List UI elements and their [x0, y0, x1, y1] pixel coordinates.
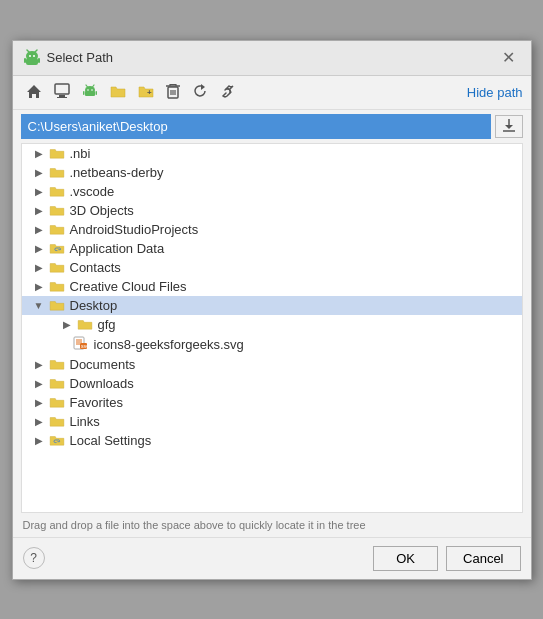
- folder-toolbar-icon: [110, 84, 126, 98]
- tree-item-netbeans[interactable]: ▶ .netbeans-derby: [22, 163, 522, 182]
- svg-rect-9: [55, 84, 69, 94]
- chevron-contacts: ▶: [30, 262, 48, 273]
- chevron-downloads: ▶: [30, 378, 48, 389]
- toolbar: + Hide path: [13, 76, 531, 110]
- tree-item-favorites[interactable]: ▶ Favorites: [22, 393, 522, 412]
- svg-marker-26: [201, 84, 205, 90]
- folder-icon-desktop: [48, 298, 66, 312]
- tree-item-localsettings[interactable]: ▶ Local Settings: [22, 431, 522, 450]
- svg-line-17: [92, 85, 94, 87]
- label-contacts: Contacts: [70, 260, 121, 275]
- label-androidstudio: AndroidStudioProjects: [70, 222, 199, 237]
- svg-text:SVG: SVG: [81, 344, 89, 349]
- title-bar-left: Select Path: [23, 49, 114, 67]
- folder-icon-links: [48, 414, 66, 428]
- path-input[interactable]: [21, 114, 491, 139]
- folder-icon-localsettings: [48, 433, 66, 447]
- chevron-favorites: ▶: [30, 397, 48, 408]
- label-netbeans: .netbeans-derby: [70, 165, 164, 180]
- chevron-gfg: ▶: [58, 319, 76, 330]
- svg-rect-1: [26, 58, 38, 65]
- home-button[interactable]: [21, 80, 47, 105]
- tree-item-3dobjects[interactable]: ▶ 3D Objects: [22, 201, 522, 220]
- path-bar: [13, 110, 531, 143]
- chevron-nbi: ▶: [30, 148, 48, 159]
- folder-icon-favorites: [48, 395, 66, 409]
- monitor-button[interactable]: [49, 80, 75, 105]
- folder-icon-downloads: [48, 376, 66, 390]
- folder-icon-androidstudio: [48, 222, 66, 236]
- chevron-creative: ▶: [30, 281, 48, 292]
- chevron-3dobjects: ▶: [30, 205, 48, 216]
- link-button[interactable]: [215, 80, 241, 105]
- tree-item-desktop[interactable]: ▼ Desktop: [22, 296, 522, 315]
- label-creative: Creative Cloud Files: [70, 279, 187, 294]
- svg-rect-19: [95, 91, 97, 95]
- dialog-footer: ? OK Cancel: [13, 537, 531, 579]
- hide-path-button[interactable]: Hide path: [467, 85, 523, 100]
- folder-icon-appdata: [48, 241, 66, 255]
- svg-line-4: [27, 50, 29, 52]
- tree-item-appdata[interactable]: ▶ Application Data: [22, 239, 522, 258]
- tree-item-links[interactable]: ▶ Links: [22, 412, 522, 431]
- tree-item-nbi[interactable]: ▶ .nbi: [22, 144, 522, 163]
- label-nbi: .nbi: [70, 146, 91, 161]
- android-title-icon: [23, 49, 41, 67]
- label-3dobjects: 3D Objects: [70, 203, 134, 218]
- folder-button[interactable]: [105, 81, 131, 104]
- dialog-title: Select Path: [47, 50, 114, 65]
- label-desktop: Desktop: [70, 298, 118, 313]
- folder-new-button[interactable]: +: [133, 81, 159, 104]
- svg-line-16: [86, 85, 88, 87]
- label-vscode: .vscode: [70, 184, 115, 199]
- ok-button[interactable]: OK: [373, 546, 438, 571]
- chevron-documents: ▶: [30, 359, 48, 370]
- folder-icon-vscode: [48, 184, 66, 198]
- tree-item-creative[interactable]: ▶ Creative Cloud Files: [22, 277, 522, 296]
- tree-item-androidstudio[interactable]: ▶ AndroidStudioProjects: [22, 220, 522, 239]
- refresh-button[interactable]: [187, 80, 213, 105]
- file-tree[interactable]: ▶ .nbi ▶ .netbeans-derby ▶ .vscode ▶: [21, 143, 523, 513]
- tree-item-downloads[interactable]: ▶ Downloads: [22, 374, 522, 393]
- svg-line-5: [35, 50, 37, 52]
- delete-button[interactable]: [161, 80, 185, 105]
- svg-text:+: +: [147, 88, 152, 97]
- android-button[interactable]: [77, 80, 103, 105]
- chevron-appdata: ▶: [30, 243, 48, 254]
- label-downloads: Downloads: [70, 376, 134, 391]
- chevron-desktop: ▼: [30, 300, 48, 311]
- label-gfg: gfg: [98, 317, 116, 332]
- chevron-links: ▶: [30, 416, 48, 427]
- delete-icon: [166, 83, 180, 99]
- help-button[interactable]: ?: [23, 547, 45, 569]
- select-path-dialog: Select Path ✕: [12, 40, 532, 580]
- tree-item-vscode[interactable]: ▶ .vscode: [22, 182, 522, 201]
- tree-item-documents[interactable]: ▶ Documents: [22, 355, 522, 374]
- path-download-button[interactable]: [495, 115, 523, 138]
- folder-icon-netbeans: [48, 165, 66, 179]
- svg-point-14: [87, 89, 89, 91]
- svg-point-3: [33, 55, 35, 57]
- svg-rect-11: [57, 97, 67, 98]
- tree-item-contacts[interactable]: ▶ Contacts: [22, 258, 522, 277]
- chevron-localsettings: ▶: [30, 435, 48, 446]
- tree-item-gfg[interactable]: ▶ gfg: [22, 315, 522, 334]
- tree-item-icons8svg[interactable]: SVG icons8-geeksforgeeks.svg: [22, 334, 522, 355]
- close-button[interactable]: ✕: [496, 48, 521, 68]
- label-documents: Documents: [70, 357, 136, 372]
- cancel-button[interactable]: Cancel: [446, 546, 520, 571]
- download-icon: [502, 118, 516, 132]
- chevron-vscode: ▶: [30, 186, 48, 197]
- monitor-icon: [54, 83, 70, 99]
- svg-rect-6: [24, 58, 26, 63]
- label-icons8svg: icons8-geeksforgeeks.svg: [94, 337, 244, 352]
- refresh-icon: [192, 83, 208, 99]
- svg-rect-10: [59, 95, 65, 97]
- chevron-netbeans: ▶: [30, 167, 48, 178]
- folder-icon-contacts: [48, 260, 66, 274]
- label-favorites: Favorites: [70, 395, 123, 410]
- label-appdata: Application Data: [70, 241, 165, 256]
- svg-rect-7: [38, 58, 40, 63]
- label-links: Links: [70, 414, 100, 429]
- chevron-androidstudio: ▶: [30, 224, 48, 235]
